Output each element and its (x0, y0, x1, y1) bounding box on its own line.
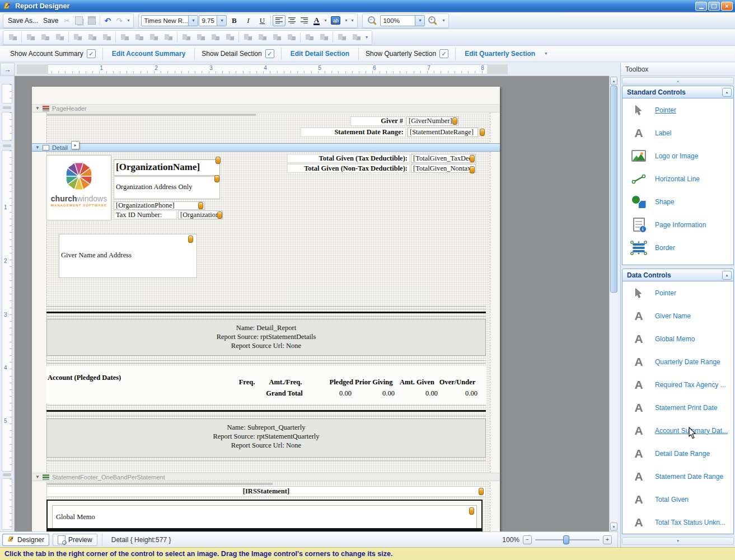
layout-tool-icon[interactable] (223, 32, 237, 43)
layout-tool-icon[interactable] (24, 32, 38, 43)
field-binding-icon[interactable] (479, 488, 484, 495)
toolbar-overflow-icon[interactable]: ▾ (125, 18, 131, 23)
layout-tool-icon[interactable] (85, 32, 99, 43)
paste-icon[interactable] (86, 15, 98, 26)
highlight-dropdown-icon[interactable]: ▾ (343, 18, 349, 23)
toolbox-collapse-strip[interactable]: ▴ (622, 77, 734, 84)
zoom-in-button[interactable]: + (603, 535, 612, 544)
tax-id-field-control[interactable]: [OrganizationTa (178, 210, 223, 219)
layout-overflow-icon[interactable]: ▾ (364, 35, 369, 40)
toolbox-item-border[interactable]: Border (622, 236, 733, 259)
subreport-quarterly-control[interactable]: Name: Subreport_Quarterly Report Source:… (46, 418, 486, 458)
zoom-slider[interactable] (535, 535, 600, 545)
format-overflow-icon[interactable]: ▾ (349, 18, 355, 23)
tab-preview[interactable]: Preview (53, 534, 97, 546)
pageheader-band-header[interactable]: ▼ PageHeader (32, 104, 500, 112)
organization-name-control[interactable]: [OrganizationName] (114, 159, 220, 176)
collapse-group-button[interactable]: ▴ (722, 88, 732, 97)
zoom-overflow-icon[interactable]: ▾ (441, 18, 446, 23)
layout-tool-icon[interactable] (147, 32, 161, 43)
total-nontax-field-control[interactable]: [TotalGiven_Nontax (411, 164, 476, 173)
layout-tool-icon[interactable] (100, 32, 114, 43)
report-page[interactable]: ▼ PageHeader Giver # [GiverNumber] State… (32, 87, 500, 531)
field-binding-icon[interactable] (217, 211, 222, 219)
font-size-combo[interactable]: 9.75 ▾ (199, 15, 227, 26)
vertical-ruler[interactable]: 1 2 3 4 5 (0, 76, 15, 531)
date-range-field-control[interactable]: [StatementDateRange] (408, 128, 478, 137)
organization-address-control[interactable]: Organization Address Only (114, 176, 220, 199)
statement-footer-band-header[interactable]: ▼ StatementFooter_OneBandPerStatement (32, 473, 500, 481)
layout-tool-icon[interactable] (161, 32, 175, 43)
ruler-corner-button[interactable]: → (0, 63, 15, 76)
layout-tool-icon[interactable] (208, 32, 222, 43)
irs-statement-control[interactable]: [IRSStatement] (46, 486, 486, 497)
highlight-button[interactable]: ab (329, 15, 343, 26)
giver-number-label-control[interactable]: Giver # (350, 116, 405, 126)
layout-tool-icon[interactable] (179, 32, 193, 43)
toolbox-item-horizontal-line[interactable]: Horizontal Line (622, 167, 733, 190)
global-memo-control[interactable]: Global Memo (46, 500, 483, 531)
edit-account-summary-button[interactable]: Edit Account Summary (104, 46, 194, 61)
organization-phone-control[interactable]: [OrganizationPhone] (114, 201, 205, 210)
font-size-dropdown-icon[interactable]: ▾ (217, 16, 226, 26)
zoom-out-tool-button[interactable]: − (365, 15, 380, 26)
data-controls-header[interactable]: Data Controls ▴ (622, 269, 734, 281)
field-binding-icon[interactable] (198, 202, 203, 209)
layout-tool-icon[interactable] (118, 32, 132, 43)
total-tax-field-control[interactable]: [TotalGiven_TaxDed (411, 154, 476, 163)
smart-tag-icon[interactable]: ▸ (71, 141, 79, 149)
italic-button[interactable]: I (241, 15, 255, 26)
toolbox-item-pointer[interactable]: Pointer (622, 281, 733, 304)
standard-controls-header[interactable]: Standard Controls ▴ (622, 86, 734, 98)
undo-button[interactable]: ↶ (102, 15, 113, 26)
toolbox-item-detail-date-range[interactable]: A Detail Date Range (622, 442, 733, 465)
toolbox-item-page-information[interactable]: i Page Information (622, 213, 733, 236)
field-binding-icon[interactable] (452, 117, 457, 125)
layout-tool-icon[interactable] (6, 32, 20, 43)
close-button[interactable]: × (721, 2, 733, 11)
canvas-scrollbar[interactable]: ▴ ▾ (609, 76, 618, 531)
font-color-dropdown-icon[interactable]: ▾ (322, 18, 328, 23)
detail-band-header[interactable]: ▼ Detail ▸ (32, 143, 500, 152)
save-as-button[interactable]: Save As... (6, 15, 40, 26)
show-quarterly-section-checkbox[interactable]: ✓ (439, 49, 448, 58)
layout-tool-icon[interactable] (53, 32, 67, 43)
toolbox-item-pointer[interactable]: Pointer (622, 98, 733, 121)
layout-tool-icon[interactable] (71, 32, 85, 43)
layout-tool-icon[interactable] (302, 32, 316, 43)
align-center-button[interactable] (286, 15, 298, 26)
show-account-summary-checkbox[interactable]: ✓ (87, 49, 96, 58)
copy-icon[interactable] (73, 15, 85, 26)
redo-button[interactable]: ↷ (114, 15, 125, 26)
field-binding-icon[interactable] (214, 175, 219, 182)
cut-icon[interactable]: ✂ (61, 15, 72, 26)
field-binding-icon[interactable] (188, 236, 193, 243)
scroll-up-icon[interactable]: ▴ (610, 77, 617, 85)
layout-tool-icon[interactable] (255, 32, 269, 43)
scrollbar-thumb[interactable] (610, 86, 617, 293)
save-button[interactable]: Save (41, 15, 60, 26)
field-binding-icon[interactable] (480, 129, 485, 136)
toolbox-item-global-memo[interactable]: A Global Memo (622, 327, 733, 350)
align-left-button[interactable] (273, 15, 285, 26)
collapse-group-button[interactable]: ▴ (722, 271, 732, 280)
edit-detail-section-button[interactable]: Edit Detail Section (283, 46, 357, 61)
field-binding-icon[interactable] (470, 166, 475, 173)
design-canvas[interactable]: ▼ PageHeader Giver # [GiverNumber] State… (15, 76, 609, 531)
giver-number-field-control[interactable]: [GiverNumber] (406, 116, 458, 126)
toolbox-item-required-tax-agency[interactable]: A Required Tax Agency ... (622, 373, 733, 396)
toolbox-item-account-summary-date[interactable]: A Account Summary Dat... (622, 419, 733, 442)
organization-logo[interactable]: churchwindows MANAGEMENT SOFTWARE (46, 155, 111, 220)
titlebar[interactable]: Report Designer × (0, 0, 735, 12)
font-name-dropdown-icon[interactable]: ▾ (188, 16, 198, 26)
toolbox-item-shape[interactable]: Shape (622, 190, 733, 213)
field-binding-icon[interactable] (469, 507, 474, 515)
toolbox-item-statement-print-date[interactable]: A Statement Print Date (622, 396, 733, 419)
underline-button[interactable]: U (255, 15, 269, 26)
layout-tool-icon[interactable] (270, 32, 284, 43)
toolbox-item-total-tax-status-unknown[interactable]: A Total Tax Status Unkn... (622, 511, 733, 534)
field-binding-icon[interactable] (216, 157, 221, 164)
total-nontax-label-control[interactable]: Total Given (Non-Tax Deductible): (287, 164, 410, 173)
layout-tool-icon[interactable] (38, 32, 52, 43)
total-tax-label-control[interactable]: Total Given (Tax Deductible): (287, 154, 410, 163)
